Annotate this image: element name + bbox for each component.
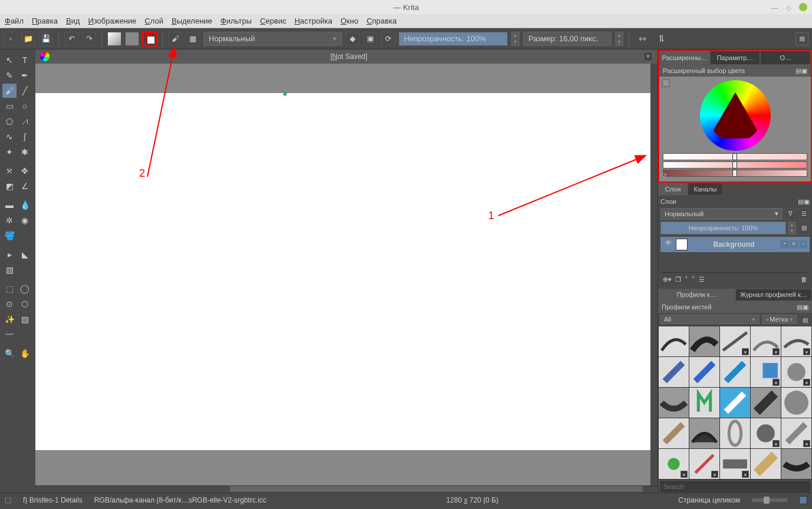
zoom-slider[interactable] [752, 498, 787, 502]
layer-extra-button[interactable]: ▤ [798, 222, 810, 234]
polygon-tool[interactable]: ⬠ [2, 114, 17, 128]
zoom-mode-label[interactable]: Страница целиком [678, 496, 740, 504]
color-triangle[interactable] [709, 92, 762, 138]
layer-opacity-slider[interactable]: Непрозрачность: 100% [660, 222, 786, 234]
add-layer-button[interactable]: ⊕▾ [663, 276, 672, 283]
brush-preset[interactable]: × [751, 326, 781, 356]
poly-select-tool[interactable]: ⬡ [18, 297, 32, 311]
reload-preset-button[interactable]: ⟳ [381, 32, 395, 46]
brush-size-slider[interactable]: Размер: 16,00 пикс. [523, 32, 612, 46]
layer-opacity-spinner[interactable]: ▴▾ [788, 222, 796, 234]
canvas-viewport[interactable] [35, 64, 658, 485]
brush-preset[interactable] [751, 449, 781, 479]
brush-tag-select[interactable]: ▫ Метка [762, 315, 797, 324]
layer-row-background[interactable]: 👁 Background ▪ α ▫ [660, 237, 810, 252]
measure-tool[interactable]: ▸ [2, 247, 17, 262]
minimize-button[interactable] [771, 3, 778, 12]
layer-options-button[interactable]: ☰ [798, 208, 810, 220]
dyna-tool[interactable]: ✦ [2, 145, 17, 159]
mirror-horizontal-button[interactable]: ⇿ [635, 32, 650, 45]
brush-preset[interactable] [689, 357, 719, 387]
rect-select-tool[interactable]: ⬚ [2, 282, 17, 296]
menu-view[interactable]: Вид [66, 16, 80, 25]
menu-window[interactable]: Окно [340, 16, 358, 25]
menu-layer[interactable]: Слой [144, 16, 163, 25]
multibrush-tool[interactable]: ✱ [18, 145, 32, 159]
menu-help[interactable]: Справка [367, 16, 397, 25]
color-history-button[interactable]: ⟳ [662, 171, 667, 179]
ellipse-tool[interactable]: ○ [18, 99, 32, 113]
zoom-fit-button[interactable] [799, 496, 807, 504]
color-picker-tool[interactable]: 💧 [18, 198, 32, 212]
menu-tools[interactable]: Сервис [260, 16, 287, 25]
menu-file[interactable]: Файл [5, 16, 24, 25]
crop-tool[interactable]: ◩ [2, 179, 17, 193]
brush-category-select[interactable]: All [660, 315, 760, 324]
vertical-scrollbar[interactable] [650, 64, 658, 485]
menu-select[interactable]: Выделение [172, 16, 212, 25]
rectangle-tool[interactable]: ▭ [2, 99, 17, 113]
brush-tool[interactable]: 🖌 [2, 84, 17, 98]
dimensions-label[interactable]: 1280 x 720 (0 Б) [446, 496, 499, 504]
brush-preset[interactable] [689, 418, 719, 448]
brush-preset[interactable]: × [689, 449, 719, 479]
channels-tab[interactable]: Каналы [688, 183, 723, 196]
brush-preset[interactable] [689, 326, 719, 356]
layer-props-button[interactable]: ☰ [699, 276, 705, 283]
layers-tab[interactable]: Слои [658, 183, 688, 196]
layer-filter-button[interactable]: ∇ [784, 208, 796, 220]
gradient-tool[interactable]: ▬ [2, 198, 17, 212]
duplicate-layer-button[interactable]: ❐ [675, 276, 681, 283]
edit-shapes-tool[interactable]: ✎ [2, 68, 17, 82]
brush-settings-button[interactable]: ▦ [186, 32, 200, 46]
text-tool[interactable]: T [18, 53, 32, 67]
color-slider-3[interactable] [663, 170, 807, 177]
brush-preset[interactable]: × [720, 326, 750, 356]
freehand-path-tool[interactable]: ʃ [18, 130, 32, 144]
opacity-slider[interactable]: Непрозрачность: 100% [399, 32, 508, 46]
layer-inherit-icon[interactable]: ▫ [799, 240, 807, 249]
pan-tool[interactable]: ✋ [18, 346, 32, 361]
eraser-toggle[interactable]: ◆ [346, 32, 360, 46]
brush-preset[interactable] [659, 326, 689, 356]
layer-visibility-icon[interactable]: 👁 [663, 239, 673, 250]
menu-edit[interactable]: Правка [32, 16, 58, 25]
freehand-select-tool[interactable]: ⊙ [2, 297, 17, 311]
bezier-tool[interactable]: ∿ [2, 130, 17, 144]
transform-tool[interactable]: ⤧ [2, 164, 17, 178]
pattern-picker[interactable] [125, 32, 139, 46]
workspace-button[interactable]: ▦ [795, 32, 808, 45]
assistant-tool[interactable]: ∠ [18, 179, 32, 193]
brush-preset[interactable] [720, 418, 750, 448]
bezier-select-tool[interactable]: 〰 [2, 328, 17, 342]
polyline-tool[interactable]: ⩘ [18, 114, 32, 128]
color-slider-1[interactable] [663, 153, 807, 160]
undo-button[interactable]: ↶ [64, 32, 78, 46]
zoom-tool[interactable]: 🔍 [2, 346, 17, 361]
advanced-color-tab[interactable]: Расширенны… [659, 51, 710, 65]
contiguous-select-tool[interactable]: ✨ [2, 312, 17, 326]
brush-presets-tab[interactable]: Профили к… [658, 289, 735, 302]
color-wheel[interactable] [700, 80, 771, 151]
layer-name-label[interactable]: Background [690, 240, 778, 249]
move-tool[interactable]: ↖ [2, 53, 17, 67]
move-layer-tool[interactable]: ✥ [18, 164, 32, 178]
reference-tool[interactable]: ◣ [18, 247, 32, 262]
blendmode-select[interactable]: Нормальный [203, 32, 342, 46]
redo-button[interactable]: ↷ [82, 32, 96, 46]
ellipse-select-tool[interactable]: ◯ [18, 282, 32, 296]
layer-down-button[interactable]: ˅ [685, 276, 688, 283]
layers-panel-menu[interactable]: ▤▣ [798, 198, 810, 206]
brush-preset[interactable] [689, 388, 719, 418]
brush-preset[interactable] [659, 357, 689, 387]
panel-menu-icon[interactable]: ▤▣ [795, 67, 807, 75]
brush-preset[interactable]: × [781, 357, 811, 387]
layer-lock-icon[interactable]: ▪ [780, 240, 788, 249]
save-file-button[interactable]: 💾 [39, 32, 53, 46]
smart-fill-tool[interactable]: ◉ [18, 213, 32, 227]
opacity-spinner[interactable]: ▴▾ [511, 32, 520, 46]
menu-settings[interactable]: Настройка [294, 16, 332, 25]
color-options-button[interactable]: ▤ [662, 79, 670, 87]
brush-preset[interactable] [751, 388, 781, 418]
brush-preset[interactable]: × [659, 449, 689, 479]
